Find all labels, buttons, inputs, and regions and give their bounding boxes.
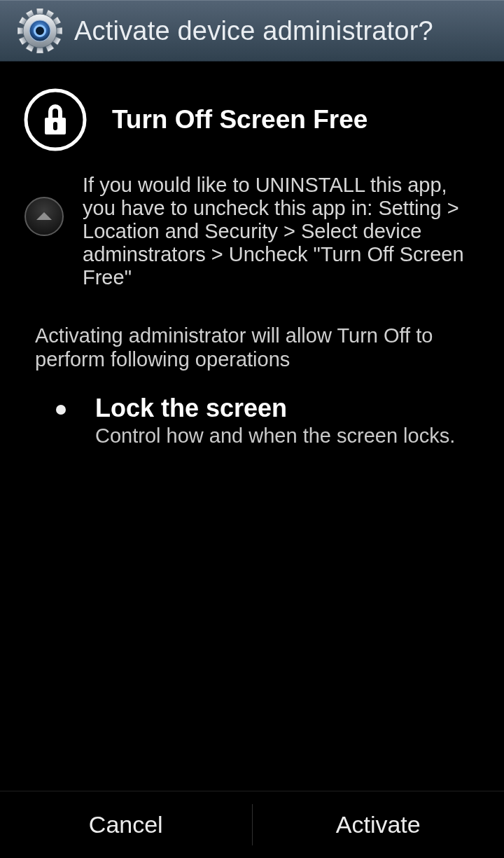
permission-item: Lock the screen Control how and when the… — [0, 371, 504, 448]
activate-button[interactable]: Activate — [253, 791, 505, 858]
dialog-header: Activate device administrator? — [0, 0, 504, 62]
gear-icon — [17, 8, 63, 54]
svg-rect-6 — [53, 122, 57, 130]
dialog-content: Turn Off Screen Free If you would like t… — [0, 62, 504, 791]
app-name: Turn Off Screen Free — [112, 105, 368, 134]
button-bar: Cancel Activate — [0, 791, 504, 858]
cancel-button[interactable]: Cancel — [0, 791, 252, 858]
dialog-title: Activate device administrator? — [74, 16, 433, 46]
permission-description: Control how and when the screen locks. — [95, 424, 455, 448]
bullet-icon — [56, 405, 66, 415]
lock-icon — [24, 88, 87, 151]
explanation-text: Activating administrator will allow Turn… — [0, 289, 504, 371]
uninstall-note-text: If you would like to UNINSTALL this app,… — [83, 174, 473, 289]
app-header-row: Turn Off Screen Free — [0, 62, 504, 169]
permission-title: Lock the screen — [95, 395, 455, 422]
uninstall-note-row: If you would like to UNINSTALL this app,… — [0, 169, 504, 289]
collapse-up-icon[interactable] — [24, 196, 64, 237]
